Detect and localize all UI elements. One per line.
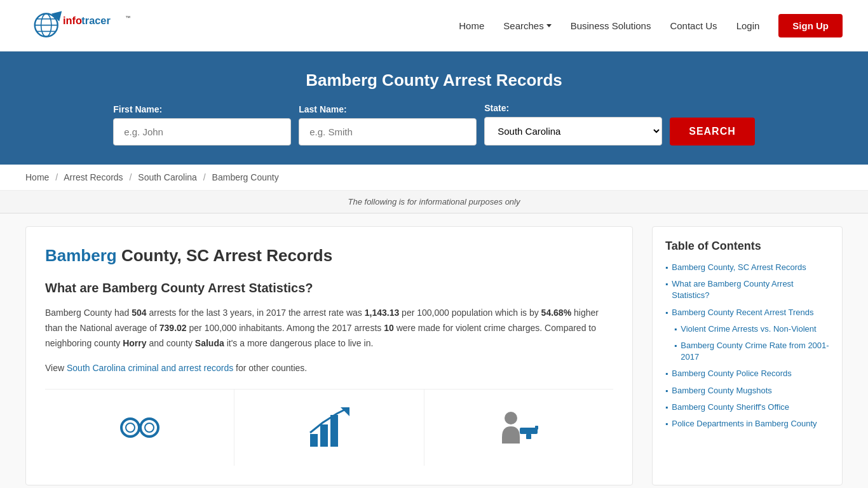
svg-text:tracer: tracer: [81, 15, 111, 26]
state-group: State: AlabamaAlaskaArizonaArkansasCalif…: [484, 103, 662, 146]
state-select[interactable]: AlabamaAlaskaArizonaArkansasCaliforniaCo…: [484, 117, 662, 146]
svg-rect-16: [320, 424, 328, 447]
toc-title: Table of Contents: [665, 240, 829, 253]
svg-point-12: [145, 423, 154, 432]
state-label: State:: [484, 103, 509, 113]
logo[interactable]: info tracer ™: [25, 6, 140, 44]
icon-cell-stats: [234, 390, 424, 466]
sidebar: Table of Contents Bamberg County, SC Arr…: [652, 226, 843, 485]
last-name-label: Last Name:: [299, 104, 346, 114]
toc-link[interactable]: Police Departments in Bamberg County: [672, 418, 817, 430]
breadcrumb-arrest-records[interactable]: Arrest Records: [64, 172, 123, 182]
handcuffs-icon: [114, 402, 165, 453]
svg-text:™: ™: [125, 15, 130, 21]
toc-item: What are Bamberg County Arrest Statistic…: [665, 278, 829, 301]
arrest-rate: 1,143.13: [365, 308, 400, 318]
toc-item: Bamberg County Recent Arrest Trends: [665, 307, 829, 318]
nav-business-solutions[interactable]: Business Solutions: [571, 20, 651, 31]
toc-item: Bamberg County Police Records: [665, 368, 829, 379]
toc-item: Bamberg County Crime Rate from 2001-2017: [665, 340, 829, 363]
main-nav: Home Searches Business Solutions Contact…: [459, 14, 843, 37]
toc-item: Police Departments in Bamberg County: [665, 418, 829, 430]
toc-item: Bamberg County Mugshots: [665, 385, 829, 396]
signup-button[interactable]: Sign Up: [778, 14, 843, 37]
nav-searches[interactable]: Searches: [503, 20, 551, 31]
arrests-count: 504: [132, 308, 146, 318]
breadcrumb-home[interactable]: Home: [25, 172, 49, 182]
sc-link[interactable]: South Carolina criminal and arrest recor…: [67, 363, 233, 373]
svg-rect-17: [330, 415, 338, 447]
svg-rect-15: [310, 434, 318, 447]
first-name-group: First Name:: [113, 104, 291, 146]
svg-point-11: [126, 423, 135, 432]
svg-point-8: [121, 419, 139, 437]
breadcrumb: Home / Arrest Records / South Carolina /…: [0, 165, 868, 191]
info-bar: The following is for informational purpo…: [0, 191, 868, 214]
national-avg: 739.02: [159, 323, 187, 333]
county2: Saluda: [195, 338, 224, 348]
breadcrumb-sep-2: /: [130, 172, 132, 182]
svg-rect-22: [535, 426, 538, 430]
chevron-down-icon: [546, 24, 552, 27]
svg-rect-20: [520, 428, 538, 434]
toc-link[interactable]: Bamberg County Crime Rate from 2001-2017: [681, 340, 829, 363]
login-button[interactable]: Login: [736, 20, 760, 31]
search-button[interactable]: SEARCH: [670, 118, 755, 146]
content-paragraph-1: Bamberg County had 504 arrests for the l…: [45, 306, 613, 351]
crime-icon: [493, 402, 544, 453]
main-content: Bamberg County, SC Arrest Records What a…: [0, 214, 868, 488]
svg-point-9: [140, 419, 158, 437]
icon-cell-crime: [424, 390, 613, 466]
header: info tracer ™ Home Searches Business Sol…: [0, 0, 868, 51]
hero-section: Bamberg County Arrest Records First Name…: [0, 51, 868, 165]
search-form: First Name: Last Name: State: AlabamaAla…: [25, 103, 843, 146]
violent-count: 10: [384, 323, 394, 333]
toc-link[interactable]: Bamberg County Recent Arrest Trends: [672, 307, 813, 318]
toc-link[interactable]: Violent Crime Arrests vs. Non-Violent: [681, 323, 816, 335]
toc-item: Violent Crime Arrests vs. Non-Violent: [665, 323, 829, 335]
last-name-input[interactable]: [299, 118, 477, 146]
toc-link[interactable]: Bamberg County Mugshots: [672, 385, 772, 396]
page-title-rest: County, SC Arrest Records: [117, 246, 333, 265]
first-name-input[interactable]: [113, 118, 291, 146]
icon-cell-arrests: [45, 390, 234, 466]
toc-link[interactable]: What are Bamberg County Arrest Statistic…: [672, 278, 829, 301]
toc-link[interactable]: Bamberg County, SC Arrest Records: [672, 262, 806, 273]
percent-higher: 54.68%: [541, 308, 571, 318]
toc-item: Bamberg County Sheriff's Office: [665, 402, 829, 413]
section1-title: What are Bamberg County Arrest Statistic…: [45, 281, 613, 295]
county1: Horry: [123, 338, 146, 348]
toc-list: Bamberg County, SC Arrest RecordsWhat ar…: [665, 262, 829, 430]
stats-icon: [304, 402, 355, 453]
toc-link[interactable]: Bamberg County Sheriff's Office: [672, 402, 789, 413]
breadcrumb-sep-3: /: [203, 172, 206, 182]
hero-title: Bamberg County Arrest Records: [25, 71, 843, 90]
icons-row: [45, 389, 613, 466]
nav-home[interactable]: Home: [459, 20, 484, 31]
first-name-label: First Name:: [113, 104, 162, 114]
svg-rect-21: [526, 434, 531, 439]
page-title: Bamberg County, SC Arrest Records: [45, 246, 613, 266]
content-area: Bamberg County, SC Arrest Records What a…: [25, 226, 633, 485]
breadcrumb-sep-1: /: [55, 172, 58, 182]
toc-item: Bamberg County, SC Arrest Records: [665, 262, 829, 273]
breadcrumb-county: Bamberg County: [212, 172, 279, 182]
svg-text:info: info: [63, 15, 82, 26]
page-title-highlight: Bamberg: [45, 246, 117, 265]
svg-point-19: [505, 412, 517, 424]
content-paragraph-2: View South Carolina criminal and arrest …: [45, 361, 613, 376]
breadcrumb-state[interactable]: South Carolina: [138, 172, 197, 182]
nav-contact-us[interactable]: Contact Us: [670, 20, 717, 31]
last-name-group: Last Name:: [299, 104, 477, 146]
toc-link[interactable]: Bamberg County Police Records: [672, 368, 792, 379]
